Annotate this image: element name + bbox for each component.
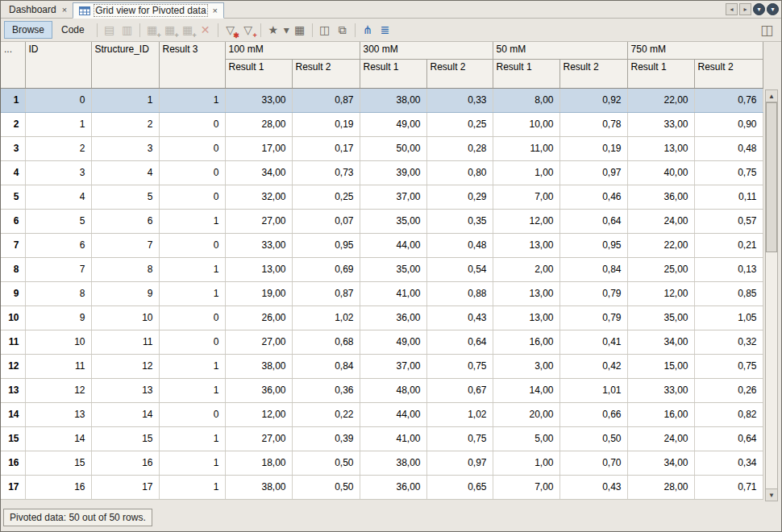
cell[interactable]: 48,00 [360, 378, 426, 402]
cell[interactable]: 36,00 [360, 475, 426, 499]
column-header[interactable]: Result 2 [559, 59, 627, 88]
cell[interactable]: 8,00 [493, 88, 559, 112]
cell[interactable]: 12 [25, 378, 91, 402]
cell[interactable]: 13 [25, 402, 91, 426]
cell[interactable]: 1 [159, 281, 225, 305]
cell[interactable]: 7 [91, 233, 159, 257]
cell[interactable]: 7,00 [493, 475, 559, 499]
cell[interactable]: 1 [159, 257, 225, 281]
cell[interactable]: 7,00 [493, 185, 559, 209]
cell[interactable]: 0,36 [292, 378, 360, 402]
cell[interactable]: 1 [159, 451, 225, 475]
favorites-star-icon[interactable]: ★ [264, 21, 282, 39]
cell[interactable]: 0,19 [559, 136, 627, 160]
code-button[interactable]: Code [53, 21, 93, 39]
add-filter-icon[interactable]: ▽+ [239, 21, 257, 39]
add-row-icon[interactable]: ▤ [101, 21, 119, 39]
cell[interactable]: 1,02 [426, 402, 493, 426]
cell[interactable]: 0,71 [694, 475, 763, 499]
cell[interactable]: 0,42 [559, 354, 627, 378]
cell[interactable]: 0,90 [694, 112, 763, 136]
column-header[interactable]: Result 1 [360, 59, 426, 88]
cell[interactable]: 0,68 [292, 330, 360, 354]
hierarchy-view-icon[interactable]: ⋔ [359, 21, 376, 39]
cell[interactable]: 0,43 [559, 475, 627, 499]
cell[interactable]: 17 [91, 475, 159, 499]
cell[interactable]: 1,01 [559, 378, 627, 402]
column-header[interactable]: Result 1 [493, 59, 559, 88]
tab-grid-view[interactable]: Grid view for Pivoted data × [73, 2, 224, 19]
row-header[interactable]: 2 [1, 112, 25, 136]
cell[interactable]: 17,00 [225, 136, 292, 160]
cell[interactable]: 0,25 [292, 185, 360, 209]
cell[interactable]: 27,00 [225, 209, 292, 233]
cell[interactable]: 0,70 [559, 451, 627, 475]
cell[interactable]: 7 [25, 257, 91, 281]
cell[interactable]: 39,00 [360, 160, 426, 185]
layout-grid-icon[interactable]: ▦ [291, 21, 309, 39]
cell[interactable]: 0 [25, 88, 91, 112]
cell[interactable]: 38,00 [360, 451, 426, 475]
cell[interactable]: 0 [159, 185, 225, 209]
cell[interactable]: 2 [25, 136, 91, 160]
open-notebook-icon[interactable]: ◫ [760, 22, 773, 39]
cell[interactable]: 0,64 [426, 330, 493, 354]
cell[interactable]: 14 [25, 426, 91, 451]
cell[interactable]: 9 [91, 281, 159, 305]
cell[interactable]: 1 [159, 475, 225, 499]
cell[interactable]: 41,00 [360, 426, 426, 451]
cell[interactable]: 44,00 [360, 233, 426, 257]
cell[interactable]: 24,00 [627, 426, 694, 451]
cell[interactable]: 0,82 [694, 402, 763, 426]
cell[interactable]: 0,84 [292, 354, 360, 378]
cell[interactable]: 0 [159, 233, 225, 257]
cell[interactable]: 14,00 [493, 378, 559, 402]
cell[interactable]: 13,00 [493, 305, 559, 330]
cell[interactable]: 33,00 [225, 233, 292, 257]
row-header[interactable]: 6 [1, 209, 25, 233]
cell[interactable]: 0,50 [559, 426, 627, 451]
cell[interactable]: 0,64 [559, 209, 627, 233]
cell[interactable]: 27,00 [225, 426, 292, 451]
vertical-scrollbar[interactable]: ▲ ▼ [765, 89, 778, 501]
cell[interactable]: 44,00 [360, 402, 426, 426]
cell[interactable]: 49,00 [360, 330, 426, 354]
cell[interactable]: 1,00 [493, 160, 559, 185]
cell[interactable]: 0,28 [426, 136, 493, 160]
cell[interactable]: 1 [159, 426, 225, 451]
cell[interactable]: 0 [159, 330, 225, 354]
cell[interactable]: 1 [159, 354, 225, 378]
cell[interactable]: 0,85 [694, 281, 763, 305]
cell[interactable]: 0,97 [426, 451, 493, 475]
column-header[interactable]: Result 2 [426, 59, 493, 88]
scrollbar-track[interactable] [766, 102, 777, 488]
scroll-tabs-right-button[interactable]: ▸ [739, 3, 751, 15]
cell[interactable]: 10,00 [493, 112, 559, 136]
cell[interactable]: 1 [159, 378, 225, 402]
cell[interactable]: 0,48 [694, 136, 763, 160]
browse-button[interactable]: Browse [4, 21, 52, 39]
cell[interactable]: 16,00 [627, 402, 694, 426]
list-view-icon[interactable]: ≣ [376, 21, 394, 39]
cell[interactable]: 3,00 [493, 354, 559, 378]
cell[interactable]: 13,00 [493, 233, 559, 257]
cell[interactable]: 12,00 [627, 281, 694, 305]
cell[interactable]: 0,33 [426, 88, 493, 112]
cell[interactable]: 34,00 [627, 451, 694, 475]
cell[interactable]: 15,00 [627, 354, 694, 378]
cell[interactable]: 5,00 [493, 426, 559, 451]
cell[interactable]: 13,00 [493, 281, 559, 305]
cell[interactable]: 1,02 [292, 305, 360, 330]
cell[interactable]: 38,00 [225, 475, 292, 499]
cell[interactable]: 1 [91, 88, 159, 112]
cell[interactable]: 0 [159, 402, 225, 426]
cell[interactable]: 13,00 [225, 257, 292, 281]
column-header[interactable]: Result 2 [694, 59, 763, 88]
cell[interactable]: 40,00 [627, 160, 694, 185]
row-header[interactable]: 14 [1, 402, 25, 426]
cell[interactable]: 0 [159, 136, 225, 160]
cell[interactable]: 19,00 [225, 281, 292, 305]
cell[interactable]: 22,00 [627, 88, 694, 112]
cell[interactable]: 0,73 [292, 160, 360, 185]
cell[interactable]: 15 [25, 451, 91, 475]
